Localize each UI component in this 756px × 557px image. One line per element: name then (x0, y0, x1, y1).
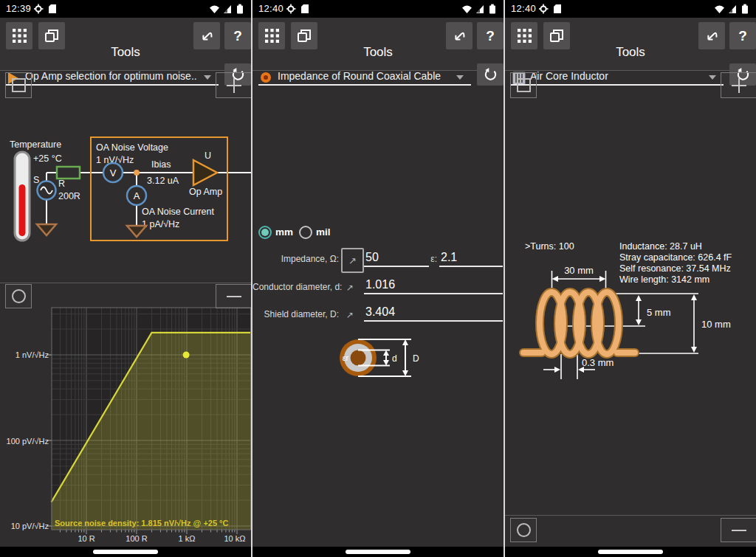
section-remove-button[interactable] (216, 284, 251, 308)
selector-underline (258, 84, 471, 86)
plus-icon (227, 78, 241, 93)
export-button[interactable] (193, 22, 220, 49)
noise-current-title: OA Noise Current (142, 207, 214, 217)
wifi-icon (715, 6, 724, 14)
ibias-value: 3.12 uA (147, 176, 179, 186)
reset-button[interactable] (477, 63, 504, 86)
shield-diameter-input[interactable] (364, 305, 503, 322)
epsilon-label: ε: (419, 254, 437, 264)
radio-mm[interactable] (258, 226, 272, 239)
circle-icon (517, 523, 531, 537)
battery-icon (237, 4, 243, 14)
circle-icon (12, 289, 26, 303)
arrow-ne-icon[interactable]: ↗ (346, 283, 354, 293)
y-tick-label: 100 pV/√Hz (7, 437, 49, 446)
tool-selector[interactable]: Impedance of Round Coaxial Cable (252, 69, 504, 89)
svg-text:A: A (134, 190, 140, 201)
thermometer-icon (15, 152, 30, 241)
noise-current-value: 1 pA/√Hz (142, 219, 179, 229)
panel-air-core-inductor: 12:40 Tools ? Air Core Inductor >Turns: … (505, 0, 756, 557)
panel-coax-impedance: 12:40 Tools ? Impedance of Round Coaxial… (252, 0, 504, 557)
radio-mm-label[interactable]: mm (275, 226, 293, 238)
resistor-name: R (58, 179, 65, 189)
wifi-icon (462, 6, 472, 14)
section-collapse-button[interactable] (510, 72, 537, 98)
chevron-down-icon (204, 75, 211, 80)
x-tick-label: 1 kΩ (179, 534, 196, 543)
home-pill[interactable] (346, 550, 410, 554)
app-toolbar: Tools ? Impedance of Round Coaxial Cable (252, 18, 504, 71)
selector-underline (6, 84, 219, 86)
radio-mil[interactable] (299, 226, 312, 239)
status-bar: 12:39 (0, 0, 251, 18)
opamp-noise-schematic: Temperature +25 °C S R 200R OA Noise Vol… (0, 133, 251, 248)
square-icon (517, 78, 531, 92)
sd-card-icon (49, 4, 56, 13)
section-collapse-button[interactable] (5, 72, 32, 98)
svg-text:V: V (110, 167, 117, 179)
jump-arrow-icon (456, 32, 464, 39)
solve-target-button[interactable]: ↗ (341, 248, 364, 273)
tool-selector[interactable]: Air Core Inductor (505, 69, 756, 89)
android-navbar (505, 547, 756, 557)
question-mark-icon: ? (233, 28, 242, 44)
export-button[interactable] (446, 22, 472, 49)
tool-selector-label: Air Core Inductor (530, 70, 608, 82)
section-collapse-button[interactable] (5, 284, 32, 308)
ammeter-symbol: A (127, 186, 146, 205)
help-button[interactable]: ? (729, 22, 756, 49)
conductor-diameter-input[interactable] (364, 278, 503, 294)
coil-diameter-label: 10 mm (701, 319, 731, 330)
battery-icon (489, 4, 495, 14)
section-divider (505, 515, 756, 516)
home-pill[interactable] (93, 550, 158, 554)
impedance-label: Impedance, Ω: (252, 254, 339, 264)
ground-symbol (37, 224, 56, 235)
dielectric-label: εr (343, 353, 349, 362)
coil-winding (523, 292, 635, 354)
minus-icon (227, 296, 241, 297)
jump-arrow-icon (708, 32, 716, 39)
air-core-coil-diagram: 30 mm 5 mm 10 mm 0.3 (505, 251, 756, 391)
help-button[interactable]: ? (477, 22, 504, 49)
coax-tool-icon (261, 72, 271, 83)
epsilon-input[interactable] (439, 251, 503, 267)
wire-diameter-label: 0.3 mm (582, 357, 614, 368)
radio-mil-label[interactable]: mil (316, 226, 331, 238)
noise-density-chart: 1 nV/√Hz 100 pV/√Hz 10 pV/√Hz 10 R 100 R… (0, 283, 251, 547)
export-button[interactable] (698, 22, 725, 49)
arrow-ne-icon[interactable]: ↗ (346, 310, 354, 320)
copy-icon (551, 30, 563, 41)
section-collapse-button[interactable] (510, 518, 537, 542)
opamp-symbol (193, 160, 217, 185)
android-navbar (0, 547, 251, 557)
tool-selector-label: Impedance of Round Coaxial Cable (278, 70, 441, 82)
sd-card-icon (301, 4, 309, 13)
section-remove-button[interactable] (721, 518, 756, 542)
tool-selector[interactable]: Op Amp selection for optimum noise.. (0, 69, 251, 89)
y-tick-label: 10 pV/√Hz (11, 522, 49, 530)
section-add-button[interactable] (216, 72, 251, 98)
inner-diameter-label: d (392, 353, 397, 364)
ground-symbol (127, 226, 146, 237)
output-label: U (205, 151, 211, 161)
chart-annotation: Source noise density: 1.815 nV/√Hz @ +25… (55, 519, 228, 527)
square-icon (12, 78, 26, 92)
gear-icon (539, 4, 549, 14)
noise-source-symbol (38, 181, 56, 200)
chart-data-point (183, 352, 190, 359)
coil-radius-label: 5 mm (647, 307, 671, 318)
panel-opamp-noise: 12:39 Tools ? Op Amp selection for optim… (0, 0, 251, 557)
coax-cross-section-diagram: εr d D (252, 325, 504, 395)
minus-icon (732, 530, 746, 531)
battery-icon (742, 4, 748, 14)
temperature-value: +25 °C (33, 153, 62, 164)
section-add-button[interactable] (721, 72, 756, 98)
status-left-icons (286, 4, 312, 17)
temperature-label: Temperature (10, 139, 61, 150)
home-pill[interactable] (598, 550, 663, 554)
jump-arrow-icon (203, 32, 211, 39)
voltmeter-symbol: V (103, 163, 123, 182)
help-button[interactable]: ? (224, 22, 251, 49)
status-left-icons (539, 4, 564, 17)
